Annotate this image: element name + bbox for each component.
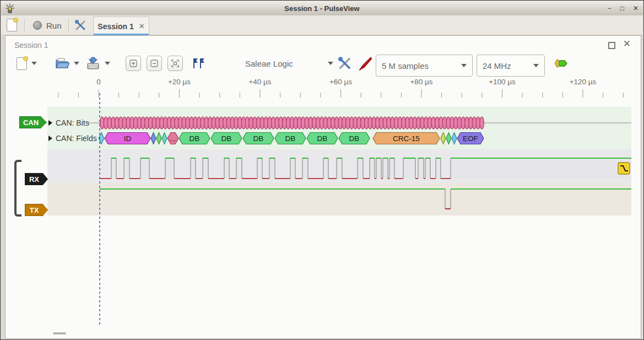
tab-close-icon[interactable]: ✕ [139, 22, 145, 30]
main-toolbar: Run Session 1 ✕ [1, 15, 643, 35]
row-label-can-fields: CAN: Fields [56, 134, 97, 143]
expand-arrow-icon[interactable] [48, 136, 52, 141]
dock-float-icon[interactable] [608, 42, 615, 49]
new-session-button[interactable] [7, 19, 19, 32]
chevron-down-icon [328, 62, 333, 65]
sample-count-select[interactable]: 5 M samples [376, 55, 473, 77]
chevron-down-icon[interactable] [31, 62, 37, 65]
device-select[interactable]: Saleae Logic [245, 52, 333, 74]
window-title: Session 1 - PulseView [1, 4, 643, 13]
minimize-button[interactable]: − [608, 5, 611, 12]
sample-rate-value: 24 MHz [483, 61, 511, 71]
sample-count-value: 5 M samples [382, 61, 429, 71]
toolbar-separator [68, 18, 69, 33]
chevron-down-icon [461, 64, 467, 67]
new-session-icon [7, 19, 17, 31]
channel-tag-label: TX [30, 206, 39, 214]
cursor-flags-icon [192, 57, 206, 69]
row-label-can-bits: CAN: Bits [56, 118, 89, 127]
zoom-fit-icon [171, 60, 179, 67]
session-dock: Session 1 ✕ [5, 35, 641, 339]
window-controls: − □ ✕ [608, 1, 638, 15]
sample-rate-select[interactable]: 24 MHz [477, 55, 545, 77]
chevron-down-icon[interactable] [105, 62, 110, 65]
tab-session-1[interactable]: Session 1 ✕ [93, 17, 149, 35]
zoom-in-button[interactable] [126, 52, 141, 74]
channel-group-bracket[interactable] [14, 160, 21, 217]
maximize-button[interactable]: □ [620, 5, 624, 12]
new-file-button[interactable] [17, 52, 37, 74]
expand-arrow-icon[interactable] [48, 120, 52, 126]
run-button[interactable]: Run [30, 18, 65, 33]
zoom-out-icon [150, 60, 158, 67]
decoder-tag-label: CAN [23, 118, 39, 127]
run-state-icon [33, 21, 42, 30]
channel-tag-label: RX [29, 175, 39, 184]
show-cursors-button[interactable] [192, 52, 206, 74]
add-decoder-icon[interactable] [553, 52, 569, 74]
pulseview-logo-icon [4, 3, 15, 14]
zoom-in-icon [129, 60, 137, 67]
save-icon [86, 57, 100, 70]
channels-probe-icon[interactable] [358, 52, 372, 74]
close-button[interactable]: ✕ [633, 5, 638, 12]
open-folder-icon [55, 57, 69, 69]
pulseview-window: { "titlebar": { "title": "Session 1 - Pu… [0, 0, 644, 340]
zoom-fit-button[interactable] [167, 52, 183, 74]
run-label: Run [46, 21, 62, 30]
dock-close-icon[interactable]: ✕ [623, 38, 631, 50]
horizontal-scrollbar[interactable] [53, 332, 66, 334]
dock-title: Session 1 [14, 41, 48, 50]
tab-label: Session 1 [98, 22, 133, 31]
new-file-icon [17, 57, 27, 70]
chevron-down-icon[interactable] [74, 62, 79, 65]
settings-icon[interactable] [75, 20, 87, 31]
save-button[interactable] [86, 52, 110, 74]
open-file-button[interactable] [55, 52, 79, 74]
configure-device-icon[interactable] [338, 52, 353, 74]
chevron-down-icon [533, 64, 539, 67]
toolbar-separator [24, 18, 25, 33]
title-bar: Session 1 - PulseView − □ ✕ [1, 1, 643, 16]
session-toolbar: Saleae Logic 5 M samples 24 MHz [6, 52, 641, 77]
device-label: Saleae Logic [245, 59, 293, 68]
zoom-out-button[interactable] [147, 52, 162, 74]
